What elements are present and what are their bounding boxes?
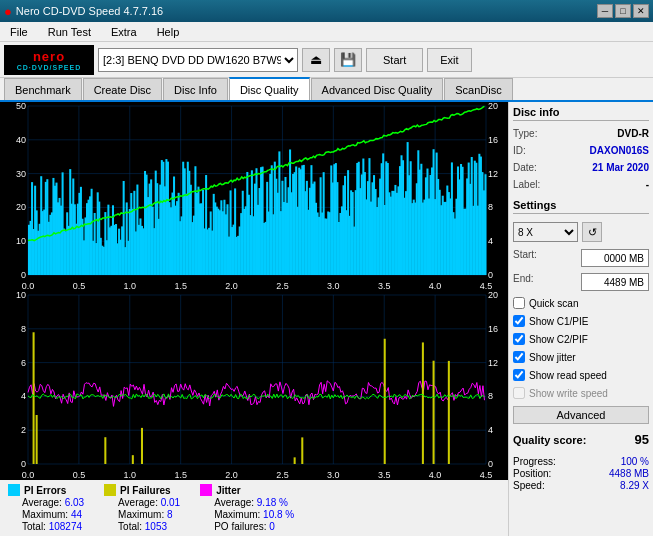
progress-label: Progress:: [513, 456, 556, 467]
disc-date-value: 21 Mar 2020: [592, 162, 649, 173]
legend-jitter: Jitter Average: 9.18 % Maximum: 10.8 % P…: [200, 484, 294, 532]
disc-date-row: Date: 21 Mar 2020: [513, 162, 649, 173]
minimize-button[interactable]: ─: [597, 4, 613, 18]
legend-pi-failures: PI Failures Average: 0.01 Maximum: 8 Tot…: [104, 484, 180, 532]
pi-failures-color-swatch: [104, 484, 116, 496]
speed-label: Speed:: [513, 480, 545, 491]
disc-info-title: Disc info: [513, 106, 649, 121]
legend-pi-errors-title: PI Errors: [8, 484, 84, 496]
exit-button[interactable]: Exit: [427, 48, 471, 72]
disc-type-row: Type: DVD-R: [513, 128, 649, 139]
jitter-max: Maximum: 10.8 %: [214, 509, 294, 520]
tab-create-disc[interactable]: Create Disc: [83, 78, 162, 100]
show-jitter-checkbox[interactable]: [513, 351, 525, 363]
quality-score-value: 95: [635, 432, 649, 447]
disc-id-value: DAXON016S: [590, 145, 649, 156]
show-c2-pif-label: Show C2/PIF: [529, 334, 588, 345]
menu-extra[interactable]: Extra: [105, 24, 143, 40]
show-c1-pie-label: Show C1/PIE: [529, 316, 588, 327]
quick-scan-checkbox[interactable]: [513, 297, 525, 309]
disc-label-label: Label:: [513, 179, 540, 190]
tab-disc-quality[interactable]: Disc Quality: [229, 77, 310, 100]
pi-errors-total: Total: 108274: [22, 521, 84, 532]
show-jitter-row: Show jitter: [513, 351, 649, 363]
speed-row: 8 X 4 X 2 X Max ↺: [513, 222, 649, 242]
tab-advanced-disc-quality[interactable]: Advanced Disc Quality: [311, 78, 444, 100]
titlebar: ● Nero CD-DVD Speed 4.7.7.16 ─ □ ✕: [0, 0, 653, 22]
position-row: Position: 4488 MB: [513, 468, 649, 479]
right-panel: Disc info Type: DVD-R ID: DAXON016S Date…: [508, 102, 653, 536]
speed-select[interactable]: 8 X 4 X 2 X Max: [513, 222, 578, 242]
legend-jitter-title: Jitter: [200, 484, 294, 496]
disc-type-label: Type:: [513, 128, 537, 139]
position-value: 4488 MB: [609, 468, 649, 479]
show-jitter-label: Show jitter: [529, 352, 576, 363]
disc-label-row: Label: -: [513, 179, 649, 190]
start-label: Start:: [513, 249, 537, 267]
show-c2-pif-checkbox[interactable]: [513, 333, 525, 345]
speed-row: Speed: 8.29 X: [513, 480, 649, 491]
refresh-button[interactable]: ↺: [582, 222, 602, 242]
jitter-color-swatch: [200, 484, 212, 496]
pi-failures-max: Maximum: 8: [118, 509, 180, 520]
quality-score-label: Quality score:: [513, 434, 586, 446]
toolbar: nero CD·DVD/SPEED [2:3] BENQ DVD DD DW16…: [0, 42, 653, 78]
close-button[interactable]: ✕: [633, 4, 649, 18]
menu-help[interactable]: Help: [151, 24, 186, 40]
nero-logo: nero CD·DVD/SPEED: [4, 45, 94, 75]
pi-errors-max: Maximum: 44: [22, 509, 84, 520]
chart-area: PI Errors Average: 6.03 Maximum: 44 Tota…: [0, 102, 508, 536]
advanced-button[interactable]: Advanced: [513, 406, 649, 424]
start-input[interactable]: [581, 249, 649, 267]
titlebar-controls: ─ □ ✕: [597, 4, 649, 18]
disc-id-label: ID:: [513, 145, 526, 156]
show-write-speed-label: Show write speed: [529, 388, 608, 399]
pi-failures-label: PI Failures: [120, 485, 171, 496]
pi-errors-color-swatch: [8, 484, 20, 496]
speed-value: 8.29 X: [620, 480, 649, 491]
show-read-speed-checkbox[interactable]: [513, 369, 525, 381]
settings-title: Settings: [513, 199, 649, 214]
nero-logo-subtitle: CD·DVD/SPEED: [17, 64, 82, 71]
menu-run-test[interactable]: Run Test: [42, 24, 97, 40]
pi-failures-total: Total: 1053: [118, 521, 180, 532]
show-read-speed-row: Show read speed: [513, 369, 649, 381]
end-label: End:: [513, 273, 534, 291]
maximize-button[interactable]: □: [615, 4, 631, 18]
jitter-po: PO failures: 0: [214, 521, 294, 532]
end-input[interactable]: [581, 273, 649, 291]
legend-area: PI Errors Average: 6.03 Maximum: 44 Tota…: [0, 479, 508, 536]
quick-scan-row: Quick scan: [513, 297, 649, 309]
show-write-speed-checkbox: [513, 387, 525, 399]
pi-errors-avg: Average: 6.03: [22, 497, 84, 508]
start-row: Start:: [513, 249, 649, 267]
disc-type-value: DVD-R: [617, 128, 649, 139]
show-c1-pie-checkbox[interactable]: [513, 315, 525, 327]
jitter-label: Jitter: [216, 485, 240, 496]
show-write-speed-row: Show write speed: [513, 387, 649, 399]
progress-row: Progress: 100 %: [513, 456, 649, 467]
quality-score-row: Quality score: 95: [513, 432, 649, 447]
tab-scan-disc[interactable]: ScanDisc: [444, 78, 512, 100]
eject-button[interactable]: ⏏: [302, 48, 330, 72]
end-row: End:: [513, 273, 649, 291]
menu-file[interactable]: File: [4, 24, 34, 40]
disc-label-value: -: [646, 179, 649, 190]
app-title: Nero CD-DVD Speed 4.7.7.16: [16, 5, 163, 17]
start-button[interactable]: Start: [366, 48, 423, 72]
tab-disc-info[interactable]: Disc Info: [163, 78, 228, 100]
show-c2-pif-row: Show C2/PIF: [513, 333, 649, 345]
tab-benchmark[interactable]: Benchmark: [4, 78, 82, 100]
disc-id-row: ID: DAXON016S: [513, 145, 649, 156]
top-chart: [0, 102, 508, 291]
legend-pi-failures-title: PI Failures: [104, 484, 180, 496]
legend-pi-errors: PI Errors Average: 6.03 Maximum: 44 Tota…: [8, 484, 84, 532]
show-c1-pie-row: Show C1/PIE: [513, 315, 649, 327]
main-content: PI Errors Average: 6.03 Maximum: 44 Tota…: [0, 102, 653, 536]
progress-section: Progress: 100 % Position: 4488 MB Speed:…: [513, 455, 649, 492]
save-button[interactable]: 💾: [334, 48, 362, 72]
jitter-avg: Average: 9.18 %: [214, 497, 294, 508]
show-read-speed-label: Show read speed: [529, 370, 607, 381]
titlebar-title: ● Nero CD-DVD Speed 4.7.7.16: [4, 4, 163, 19]
drive-select[interactable]: [2:3] BENQ DVD DD DW1620 B7W9: [98, 48, 298, 72]
